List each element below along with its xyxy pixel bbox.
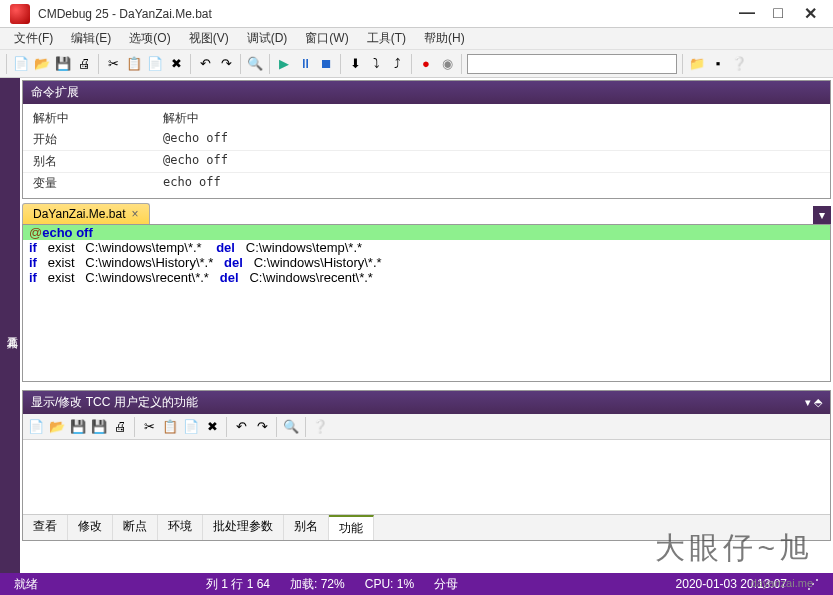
pause-icon[interactable]: ⏸ bbox=[296, 55, 314, 73]
tab-1[interactable]: 修改 bbox=[68, 515, 113, 540]
tab-2[interactable]: 断点 bbox=[113, 515, 158, 540]
p2-redo-icon[interactable]: ↷ bbox=[253, 418, 271, 436]
editor-line[interactable]: @echo off bbox=[23, 225, 830, 240]
menu-view[interactable]: 视图(V) bbox=[181, 28, 237, 49]
tab-5[interactable]: 别名 bbox=[284, 515, 329, 540]
title-bar: CMDebug 25 - DaYanZai.Me.bat — □ ✕ bbox=[0, 0, 833, 28]
p2-undo-icon[interactable]: ↶ bbox=[232, 418, 250, 436]
file-tab[interactable]: DaYanZai.Me.bat × bbox=[22, 203, 150, 224]
p2-open-icon[interactable]: 📂 bbox=[48, 418, 66, 436]
file-tab-label: DaYanZai.Me.bat bbox=[33, 207, 126, 221]
cmdext-panel: 命令扩展 解析中解析中开始@echo off别名@echo off变量echo … bbox=[22, 80, 831, 199]
functions-title: 显示/修改 TCC 用户定义的功能 bbox=[31, 394, 198, 411]
copy-icon[interactable]: 📋 bbox=[125, 55, 143, 73]
help-icon[interactable]: ❔ bbox=[730, 55, 748, 73]
minimize-button[interactable]: — bbox=[739, 4, 753, 23]
cmdext-value: @echo off bbox=[163, 131, 228, 148]
window-title: CMDebug 25 - DaYanZai.Me.bat bbox=[38, 7, 739, 21]
open-icon[interactable]: 📂 bbox=[33, 55, 51, 73]
editor-line[interactable]: if exist C:\windows\temp\*.* del C:\wind… bbox=[23, 240, 830, 255]
save-icon[interactable]: 💾 bbox=[54, 55, 72, 73]
main-toolbar: 📄 📂 💾 🖨 ✂ 📋 📄 ✖ ↶ ↷ 🔍 ▶ ⏸ ⏹ ⬇ ⤵ ⤴ ● ◉ 📁 … bbox=[0, 50, 833, 78]
status-ready: 就绪 bbox=[8, 576, 44, 593]
menu-window[interactable]: 窗口(W) bbox=[297, 28, 356, 49]
p2-find-icon[interactable]: 🔍 bbox=[282, 418, 300, 436]
code-editor[interactable]: @echo offif exist C:\windows\temp\*.* de… bbox=[22, 224, 831, 382]
stop-icon[interactable]: ⏹ bbox=[317, 55, 335, 73]
cmdext-row[interactable]: 别名@echo off bbox=[23, 151, 830, 173]
tab-6[interactable]: 功能 bbox=[329, 515, 374, 540]
record-icon[interactable]: ● bbox=[417, 55, 435, 73]
editor-line[interactable]: if exist C:\windows\History\*.* del C:\w… bbox=[23, 255, 830, 270]
tab-dropdown-icon[interactable]: ▾ bbox=[813, 206, 831, 224]
menu-help[interactable]: 帮助(H) bbox=[416, 28, 473, 49]
menu-file[interactable]: 文件(F) bbox=[6, 28, 61, 49]
cmdext-row[interactable]: 解析中解析中 bbox=[23, 108, 830, 129]
tab-4[interactable]: 批处理参数 bbox=[203, 515, 284, 540]
cmdext-title: 命令扩展 bbox=[31, 84, 79, 101]
stepout-icon[interactable]: ⤴ bbox=[388, 55, 406, 73]
p2-print-icon[interactable]: 🖨 bbox=[111, 418, 129, 436]
menu-tools[interactable]: 工具(T) bbox=[359, 28, 414, 49]
paste-icon[interactable]: 📄 bbox=[146, 55, 164, 73]
terminal-icon[interactable]: ▪ bbox=[709, 55, 727, 73]
breakpoint-icon[interactable]: ◉ bbox=[438, 55, 456, 73]
p2-delete-icon[interactable]: ✖ bbox=[203, 418, 221, 436]
sidebar-toolbox[interactable]: 工具箱 bbox=[0, 78, 20, 573]
run-icon[interactable]: ▶ bbox=[275, 55, 293, 73]
menu-edit[interactable]: 编辑(E) bbox=[63, 28, 119, 49]
menu-debug[interactable]: 调试(D) bbox=[239, 28, 296, 49]
file-tab-close-icon[interactable]: × bbox=[132, 207, 139, 221]
tab-0[interactable]: 查看 bbox=[23, 515, 68, 540]
menu-bar: 文件(F) 编辑(E) 选项(O) 视图(V) 调试(D) 窗口(W) 工具(T… bbox=[0, 28, 833, 50]
cut-icon[interactable]: ✂ bbox=[104, 55, 122, 73]
folder-icon[interactable]: 📁 bbox=[688, 55, 706, 73]
maximize-button[interactable]: □ bbox=[771, 4, 785, 23]
p2-save-icon[interactable]: 💾 bbox=[69, 418, 87, 436]
functions-panel: 显示/修改 TCC 用户定义的功能 ▾ ⬘ 📄 📂 💾 💾 🖨 ✂ 📋 📄 ✖ … bbox=[22, 390, 831, 541]
menu-options[interactable]: 选项(O) bbox=[121, 28, 178, 49]
stepinto-icon[interactable]: ⬇ bbox=[346, 55, 364, 73]
command-combo[interactable] bbox=[467, 54, 677, 74]
cmdext-row[interactable]: 开始@echo off bbox=[23, 129, 830, 151]
cmdext-key: 变量 bbox=[33, 175, 163, 192]
p2-saveas-icon[interactable]: 💾 bbox=[90, 418, 108, 436]
app-icon bbox=[10, 4, 30, 24]
cmdext-key: 别名 bbox=[33, 153, 163, 170]
pin-icon[interactable]: ▾ ⬘ bbox=[805, 396, 822, 409]
cmdext-key: 解析中 bbox=[33, 110, 163, 127]
p2-new-icon[interactable]: 📄 bbox=[27, 418, 45, 436]
cmdext-value: @echo off bbox=[163, 153, 228, 170]
status-pos: 列 1 行 1 64 bbox=[200, 576, 276, 593]
print-icon[interactable]: 🖨 bbox=[75, 55, 93, 73]
functions-content[interactable] bbox=[23, 440, 830, 514]
p2-paste-icon[interactable]: 📄 bbox=[182, 418, 200, 436]
new-icon[interactable]: 📄 bbox=[12, 55, 30, 73]
cmdext-key: 开始 bbox=[33, 131, 163, 148]
status-bar: 就绪 列 1 行 1 64 加载: 72% CPU: 1% 分母 2020-01… bbox=[0, 573, 833, 595]
status-grip-icon[interactable]: ⋰ bbox=[801, 577, 825, 591]
p2-help-icon[interactable]: ❔ bbox=[311, 418, 329, 436]
status-cpu: CPU: 1% bbox=[359, 577, 420, 591]
undo-icon[interactable]: ↶ bbox=[196, 55, 214, 73]
redo-icon[interactable]: ↷ bbox=[217, 55, 235, 73]
close-button[interactable]: ✕ bbox=[803, 4, 817, 23]
stepover-icon[interactable]: ⤵ bbox=[367, 55, 385, 73]
find-icon[interactable]: 🔍 bbox=[246, 55, 264, 73]
editor-line[interactable]: if exist C:\windows\recent\*.* del C:\wi… bbox=[23, 270, 830, 285]
status-label: 分母 bbox=[428, 576, 464, 593]
p2-copy-icon[interactable]: 📋 bbox=[161, 418, 179, 436]
cmdext-row[interactable]: 变量echo off bbox=[23, 173, 830, 194]
status-time: 2020-01-03 20:13:07 bbox=[670, 577, 793, 591]
tab-3[interactable]: 环境 bbox=[158, 515, 203, 540]
cmdext-value: echo off bbox=[163, 175, 221, 192]
p2-cut-icon[interactable]: ✂ bbox=[140, 418, 158, 436]
cmdext-value: 解析中 bbox=[163, 110, 199, 127]
delete-icon[interactable]: ✖ bbox=[167, 55, 185, 73]
status-load: 加载: 72% bbox=[284, 576, 351, 593]
